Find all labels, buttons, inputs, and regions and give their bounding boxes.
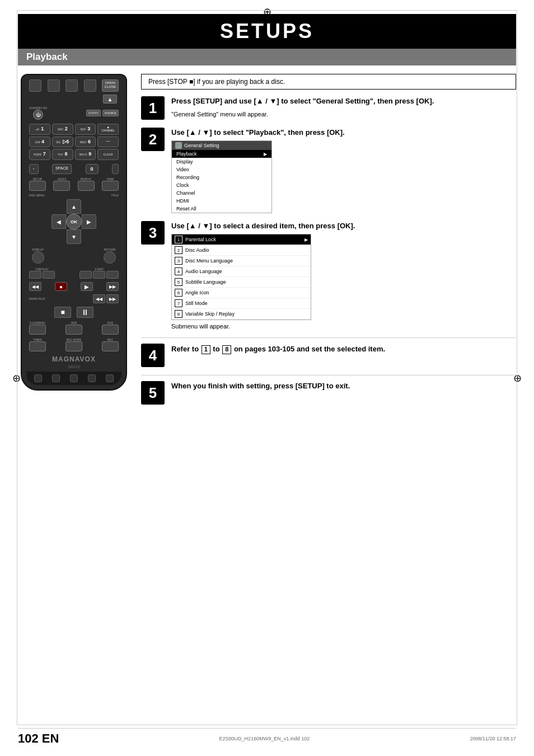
step-2: 2 Use [▲ / ▼] to select "Playback", then…: [141, 128, 516, 213]
remote-top-btn-1: [29, 79, 41, 92]
hdmi-button[interactable]: [102, 181, 119, 191]
prev-button[interactable]: ◀◀: [29, 282, 41, 291]
menu-title: General Setting: [184, 143, 219, 148]
page-title-section: SETUPS: [18, 14, 516, 49]
submenu-label-4: Audio Language: [185, 269, 308, 274]
dpad-section: ▲ ▼ ◀ ▶ OK: [26, 199, 121, 244]
step-1-content: Press [SETUP] and use [▲ / ▼] to select …: [171, 96, 516, 120]
eject-button[interactable]: ▲: [103, 95, 117, 104]
stv-source-group: STV/TV SOURCE: [86, 110, 119, 116]
audio-button[interactable]: [53, 181, 70, 191]
page-title: SETUPS: [18, 20, 516, 43]
ok-button[interactable]: OK: [66, 214, 82, 229]
hdd-button[interactable]: [65, 325, 82, 335]
remote-top-btn-2: [48, 79, 60, 92]
box-8: 8: [222, 345, 231, 354]
footer-file: E2S00UD_H2160MW9_EN_v1.indd 102: [219, 736, 310, 741]
step-4-number: 4: [141, 344, 165, 367]
channel-up-button[interactable]: ▲ CHANNEL: [97, 124, 119, 135]
open-close-button[interactable]: OPEN/CLOSE: [102, 79, 119, 92]
ff-button[interactable]: ▶▶: [106, 294, 119, 303]
submenu-label-2: Disc Audio: [185, 247, 308, 253]
btn-1[interactable]: ●II: 1: [29, 124, 50, 135]
btn-clear[interactable]: CLEAR: [97, 149, 119, 160]
space-button[interactable]: SPACE: [52, 164, 72, 174]
dpad-right-button[interactable]: ▶: [82, 214, 96, 229]
led-3: [70, 374, 78, 382]
btn-ghi[interactable]: GHI 4: [29, 137, 50, 148]
play-button[interactable]: ▶: [81, 282, 93, 291]
dot-button[interactable]: ·: [29, 164, 39, 174]
remote-top-row: OPEN/CLOSE: [26, 79, 121, 92]
record-button[interactable]: ●: [55, 282, 67, 291]
brand-label: MAGNAVOX: [26, 355, 121, 363]
step-2-number: 2: [141, 128, 165, 151]
page-number: 102 EN: [18, 731, 59, 746]
vskip-left-button[interactable]: [79, 271, 92, 279]
step-4: 4 Refer to 1 to 8 on pages 103-105 and s…: [141, 344, 516, 367]
btn-def[interactable]: DEF 3: [75, 124, 96, 135]
remote-top-btn-3: [65, 79, 78, 92]
btn-jkl[interactable]: JKL ▷5: [52, 137, 73, 148]
menu-item-hdmi: HDMI: [172, 197, 271, 205]
submenu-num-3: 3: [175, 257, 182, 265]
menu-item-recording: Recording: [172, 173, 271, 181]
display-button[interactable]: [32, 251, 44, 264]
timer-row: TIMER REC.MODE REC: [26, 337, 121, 353]
submenu-num-6: 6: [175, 289, 182, 297]
stop-button[interactable]: ■: [54, 307, 71, 318]
zero-button[interactable]: 0: [86, 164, 99, 174]
btn-abc[interactable]: ABC 2: [52, 124, 73, 135]
dpad-up-button[interactable]: ▲: [67, 199, 81, 214]
rw-button[interactable]: ◀◀: [93, 294, 105, 303]
number-grid: ●II: 1 ABC 2 DEF 3 ▲ CHANNEL GHI 4: [26, 122, 121, 162]
btn-mno[interactable]: MNO 6: [75, 137, 96, 148]
pause-button[interactable]: ⏸: [77, 307, 93, 318]
repeat-button[interactable]: [78, 181, 95, 191]
footer-date: 2008/11/20 12:58:17: [470, 736, 516, 741]
btn-wxyz[interactable]: WXYZ 9: [75, 149, 96, 160]
instructions-section: Press [STOP ■] if you are playing back a…: [141, 74, 516, 412]
step-3-content: Use [▲ / ▼] to select a desired item, th…: [171, 221, 516, 330]
display-return-row: DISPLAY RETURN: [26, 247, 121, 265]
vskip-right-button[interactable]: [93, 271, 105, 279]
submenu-label-6: Angle Icon: [185, 290, 308, 295]
dpad-down-button[interactable]: ▼: [67, 229, 81, 244]
vskip-extra-button[interactable]: [106, 271, 119, 279]
setup-button[interactable]: [29, 181, 46, 191]
page-border-top: [17, 10, 517, 11]
rec-button[interactable]: [102, 341, 119, 351]
stv-button[interactable]: STV/TV: [86, 110, 101, 116]
led-2: [52, 374, 60, 382]
channel-down-button[interactable]: —: [97, 137, 119, 148]
main-content: OPEN/CLOSE ▲ STANDBY-ON ⏻ STV/TV SOURCE: [18, 74, 516, 412]
vreplay-right-button[interactable]: [43, 271, 55, 279]
reg-mark-top: ⊕: [263, 6, 271, 18]
next-button[interactable]: ▶▶: [106, 282, 119, 291]
dvd-button[interactable]: [102, 325, 119, 335]
standby-button[interactable]: ⏻: [33, 110, 43, 120]
menu-header-icon: 🔧: [175, 142, 182, 149]
transport-row: ◀◀ ● ▶ ▶▶: [26, 281, 121, 292]
remote-bottom: [26, 372, 121, 385]
recmode-button[interactable]: [65, 341, 82, 351]
step-5-number: 5: [141, 381, 165, 405]
vreplay-left-button[interactable]: [29, 271, 41, 279]
setup-row: SETUP AUDIO REPEAT HDMI: [26, 176, 121, 192]
space-row: · SPACE 0: [26, 163, 121, 175]
page-border-right: [517, 10, 517, 725]
btn-tuv[interactable]: TUV 8: [52, 149, 73, 160]
remote-section: OPEN/CLOSE ▲ STANDBY-ON ⏻ STV/TV SOURCE: [18, 74, 130, 412]
submenu-row-5: 5 Subtitle Language: [172, 277, 311, 288]
step-1-note: "General Setting" menu will appear.: [171, 111, 268, 118]
led-4: [88, 374, 96, 382]
source-button[interactable]: SOURCE: [102, 110, 119, 116]
timer-button[interactable]: [29, 341, 46, 351]
dubbing-button[interactable]: [29, 325, 46, 335]
submenu-row-1: 1 Parental Lock ▶: [172, 234, 311, 245]
to-word: to: [213, 345, 219, 353]
stop-pause-row: ■ ⏸: [26, 306, 121, 319]
btn-pqrs[interactable]: PQRS 7: [29, 149, 50, 160]
return-button[interactable]: [104, 251, 116, 264]
dpad-left-button[interactable]: ◀: [51, 214, 66, 229]
